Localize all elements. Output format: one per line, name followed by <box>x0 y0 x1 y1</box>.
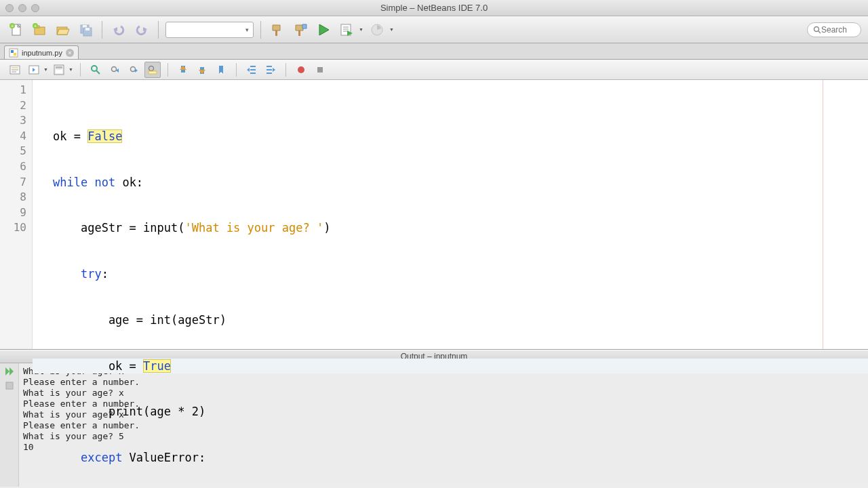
nav-button[interactable] <box>51 62 67 78</box>
line-number: 1 <box>0 83 26 98</box>
svg-marker-9 <box>57 29 69 35</box>
svg-line-29 <box>818 31 821 33</box>
editor-toolbar: ▼ ▼ <box>0 60 868 80</box>
undo-button[interactable] <box>109 20 128 39</box>
file-tab-bar: inputnum.py × <box>0 43 868 60</box>
history-button[interactable] <box>26 62 42 78</box>
code-line: ok = False <box>33 129 868 144</box>
profile-button[interactable] <box>368 20 387 39</box>
svg-point-64 <box>298 66 304 73</box>
config-dropdown[interactable]: ▾ <box>165 22 254 38</box>
code-line: try: <box>33 266 868 282</box>
svg-rect-68 <box>6 382 13 389</box>
output-gutter <box>0 363 19 487</box>
code-line: ageStr = input('What is your age? ') <box>33 220 868 236</box>
svg-marker-17 <box>273 25 280 30</box>
stop-icon[interactable] <box>5 381 14 390</box>
print-margin <box>823 80 823 349</box>
open-project-button[interactable] <box>53 20 72 39</box>
tab-close-icon[interactable]: × <box>66 49 74 57</box>
clean-build-button[interactable] <box>291 20 310 39</box>
svg-marker-53 <box>199 70 205 74</box>
traffic-lights <box>5 4 39 12</box>
find-prev-button[interactable] <box>106 62 123 78</box>
line-number: 7 <box>0 175 26 190</box>
macro-stop-button[interactable] <box>312 62 328 78</box>
svg-rect-32 <box>14 53 16 56</box>
svg-text:+: + <box>11 23 14 29</box>
line-number: 4 <box>0 129 26 144</box>
line-number: 2 <box>0 98 26 114</box>
window-title: Simple – NetBeans IDE 7.0 <box>39 3 829 13</box>
svg-line-43 <box>96 70 100 74</box>
zoom-window-button[interactable] <box>31 4 39 12</box>
svg-marker-47 <box>135 68 138 73</box>
prev-bookmark-button[interactable] <box>175 62 191 78</box>
line-number: 6 <box>0 159 26 175</box>
file-tab-label: inputnum.py <box>22 49 62 57</box>
code-line: age = int(ageStr) <box>33 312 868 328</box>
macro-record-button[interactable] <box>293 62 309 78</box>
svg-point-46 <box>130 66 135 71</box>
svg-marker-20 <box>302 24 307 28</box>
toggle-bookmark-button[interactable] <box>213 62 229 78</box>
svg-marker-67 <box>9 367 14 375</box>
search-input[interactable] <box>821 25 855 35</box>
next-bookmark-button[interactable] <box>194 62 210 78</box>
python-file-icon <box>9 48 18 58</box>
svg-rect-11 <box>83 25 87 28</box>
svg-point-48 <box>149 66 153 70</box>
line-number: 10 <box>0 220 26 236</box>
history-dropdown-caret[interactable]: ▼ <box>43 67 48 72</box>
code-area[interactable]: ok = False while not ok: ageStr = input(… <box>33 80 868 349</box>
svg-marker-63 <box>273 68 275 72</box>
line-number: 8 <box>0 190 26 205</box>
svg-marker-21 <box>319 24 329 35</box>
file-tab-inputnum[interactable]: inputnum.py × <box>4 45 79 59</box>
close-window-button[interactable] <box>5 4 14 12</box>
shift-left-button[interactable] <box>243 62 260 78</box>
line-number: 9 <box>0 205 26 221</box>
find-next-button[interactable] <box>125 62 142 78</box>
run-button[interactable] <box>314 20 333 39</box>
main-toolbar: + + ▾ ▼ ▼ <box>0 16 868 43</box>
svg-rect-65 <box>317 67 323 73</box>
svg-text:+: + <box>34 23 37 29</box>
debug-dropdown-caret[interactable]: ▼ <box>359 27 363 32</box>
line-number: 3 <box>0 113 26 129</box>
debug-button[interactable] <box>337 20 356 39</box>
titlebar: Simple – NetBeans IDE 7.0 <box>0 0 868 16</box>
find-button[interactable] <box>87 62 104 78</box>
build-button[interactable] <box>268 20 287 39</box>
svg-point-44 <box>111 66 116 71</box>
search-icon <box>813 26 821 34</box>
minimize-window-button[interactable] <box>18 4 26 12</box>
redo-button[interactable] <box>132 20 151 39</box>
code-line-current: ok = True <box>33 359 868 374</box>
svg-marker-51 <box>180 66 186 70</box>
svg-rect-13 <box>85 28 90 30</box>
code-editor[interactable]: 1 2 3 4 5 6 7 8 9 10 ok = False while no… <box>0 80 868 350</box>
line-number: 5 <box>0 144 26 159</box>
svg-marker-59 <box>247 68 250 72</box>
highlight-button[interactable] <box>144 62 161 78</box>
rerun-icon[interactable] <box>4 366 15 377</box>
code-line: print(age * 2) <box>33 404 868 420</box>
code-line: except ValueError: <box>33 450 868 466</box>
line-gutter: 1 2 3 4 5 6 7 8 9 10 <box>0 80 33 349</box>
save-all-button[interactable] <box>76 20 95 39</box>
nav-dropdown-caret[interactable]: ▼ <box>68 67 73 72</box>
new-project-button[interactable]: + <box>30 20 49 39</box>
svg-marker-66 <box>5 367 9 375</box>
profile-dropdown-caret[interactable]: ▼ <box>389 27 394 32</box>
svg-rect-49 <box>149 71 157 74</box>
code-line: while not ok: <box>33 175 868 190</box>
svg-marker-19 <box>296 25 303 30</box>
source-button[interactable] <box>7 62 23 78</box>
svg-rect-40 <box>56 66 62 68</box>
new-file-button[interactable]: + <box>7 20 26 39</box>
svg-point-42 <box>92 66 97 71</box>
svg-point-28 <box>814 26 819 31</box>
search-box[interactable] <box>807 22 861 37</box>
shift-right-button[interactable] <box>262 62 279 78</box>
